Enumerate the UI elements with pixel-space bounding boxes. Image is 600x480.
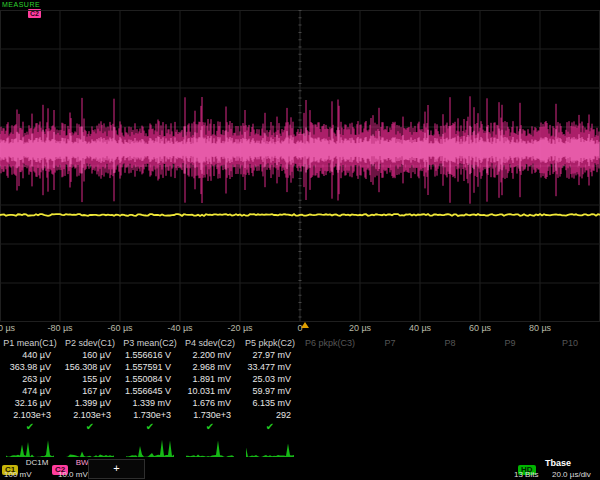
measure-value-cell: 32.16 µV bbox=[0, 397, 60, 409]
measure-value-cell: 363.98 µV bbox=[0, 361, 60, 373]
measure-value-cell: 1.550084 V bbox=[120, 373, 180, 385]
measure-value-cell bbox=[360, 361, 420, 373]
measure-value-cell: 2.103e+3 bbox=[0, 409, 60, 421]
measure-value-cell bbox=[420, 385, 480, 397]
measure-value-cell: 1.339 mV bbox=[120, 397, 180, 409]
time-axis-label: -20 µs bbox=[227, 323, 252, 333]
measure-value-cell bbox=[360, 349, 420, 361]
measure-value-cell bbox=[540, 373, 600, 385]
measure-value-cell bbox=[540, 385, 600, 397]
measure-value-cell bbox=[360, 385, 420, 397]
time-axis-label: -40 µs bbox=[167, 323, 192, 333]
measure-value-cell bbox=[420, 373, 480, 385]
measure-status-cell bbox=[540, 421, 600, 433]
measurement-histicons bbox=[6, 440, 294, 457]
measure-column-header[interactable]: P2 sdev(C1) bbox=[60, 337, 120, 349]
c2-scale-value: 10.0 mV bbox=[58, 470, 88, 479]
measure-value-cell: 156.308 µV bbox=[60, 361, 120, 373]
measure-value-cell bbox=[480, 397, 540, 409]
measure-column-header[interactable]: P4 sdev(C2) bbox=[180, 337, 240, 349]
measure-column-header[interactable]: P8 bbox=[420, 337, 480, 349]
measure-column-header[interactable]: P1 mean(C1) bbox=[0, 337, 60, 349]
measure-status-cell: ✔ bbox=[60, 421, 120, 433]
measure-value-cell bbox=[480, 361, 540, 373]
time-axis-label: 60 µs bbox=[469, 323, 491, 333]
tbase-label[interactable]: Tbase bbox=[545, 458, 571, 468]
measure-value-cell bbox=[420, 361, 480, 373]
c2-noise-waveform bbox=[0, 96, 599, 203]
measure-value-cell: 10.031 mV bbox=[180, 385, 240, 397]
c1-scale-value: 100 mV bbox=[4, 470, 32, 479]
measure-status-cell: ✔ bbox=[180, 421, 240, 433]
measure-column-header[interactable]: P3 mean(C2) bbox=[120, 337, 180, 349]
measure-value-cell: 1.399 µV bbox=[60, 397, 120, 409]
measure-value-cell: 1.676 mV bbox=[180, 397, 240, 409]
trigger-time-marker[interactable] bbox=[301, 322, 309, 328]
measure-value-cell bbox=[540, 397, 600, 409]
measure-column-header[interactable]: P9 bbox=[480, 337, 540, 349]
acq-bits-value: 13 Bits bbox=[514, 470, 538, 479]
measure-value-cell: 167 µV bbox=[60, 385, 120, 397]
measure-value-cell bbox=[480, 409, 540, 421]
measure-value-cell: 1.730e+3 bbox=[120, 409, 180, 421]
measure-value-cell: 1.891 mV bbox=[180, 373, 240, 385]
cursor-plus-button[interactable]: + bbox=[88, 459, 145, 479]
measure-value-cell: 59.97 mV bbox=[240, 385, 300, 397]
measure-value-cell bbox=[300, 409, 360, 421]
measure-value-cell bbox=[300, 373, 360, 385]
measure-value-cell bbox=[420, 409, 480, 421]
measure-value-cell: 2.103e+3 bbox=[60, 409, 120, 421]
measure-column-header[interactable]: P5 pkpk(C2) bbox=[240, 337, 300, 349]
measure-status-cell: ✔ bbox=[120, 421, 180, 433]
measure-status-cell: ✔ bbox=[0, 421, 60, 433]
time-axis: -100 µs-80 µs-60 µs-40 µs-20 µs020 µs40 … bbox=[0, 323, 600, 336]
measure-column-header[interactable]: P10 bbox=[540, 337, 600, 349]
measure-value-cell: 155 µV bbox=[60, 373, 120, 385]
measure-value-cell bbox=[300, 349, 360, 361]
measure-value-cell bbox=[360, 397, 420, 409]
measure-value-cell: 6.135 mV bbox=[240, 397, 300, 409]
measure-value-cell: 1.730e+3 bbox=[180, 409, 240, 421]
measure-status-cell: ✔ bbox=[240, 421, 300, 433]
measure-value-cell: 160 µV bbox=[60, 349, 120, 361]
measure-value-cell bbox=[300, 385, 360, 397]
measure-value-cell bbox=[540, 349, 600, 361]
measure-value-cell bbox=[540, 409, 600, 421]
oscilloscope-screen: MEASURE C2 -100 µs-80 µs-60 µs-40 µs-20 … bbox=[0, 0, 600, 480]
time-axis-label: -60 µs bbox=[107, 323, 132, 333]
measure-value-cell: 292 bbox=[240, 409, 300, 421]
measure-value-cell bbox=[540, 361, 600, 373]
measure-column-header[interactable]: P6 pkpk(C3) bbox=[300, 337, 360, 349]
time-axis-label: -80 µs bbox=[47, 323, 72, 333]
time-axis-label: -100 µs bbox=[0, 323, 15, 333]
measure-value-cell: 2.968 mV bbox=[180, 361, 240, 373]
measure-value-cell: 1.556616 V bbox=[120, 349, 180, 361]
measure-value-cell: 1.557591 V bbox=[120, 361, 180, 373]
time-axis-label: 20 µs bbox=[349, 323, 371, 333]
measure-value-cell: 33.477 mV bbox=[240, 361, 300, 373]
measure-value-cell bbox=[480, 385, 540, 397]
measure-value-cell bbox=[300, 397, 360, 409]
measurement-table: P1 mean(C1)P2 sdev(C1)P3 mean(C2)P4 sdev… bbox=[0, 337, 600, 433]
measure-status-cell bbox=[480, 421, 540, 433]
measure-status-cell bbox=[420, 421, 480, 433]
measure-value-cell bbox=[480, 373, 540, 385]
measure-status-cell bbox=[300, 421, 360, 433]
measure-value-cell: 440 µV bbox=[0, 349, 60, 361]
measure-value-cell bbox=[360, 373, 420, 385]
measure-column-header[interactable]: P7 bbox=[360, 337, 420, 349]
c1-coupling-label: DC1M bbox=[26, 458, 49, 468]
measure-value-cell: 263 µV bbox=[0, 373, 60, 385]
measure-status-cell bbox=[360, 421, 420, 433]
measure-value-cell bbox=[360, 409, 420, 421]
c1-flat-waveform bbox=[0, 214, 600, 216]
footer: C1 DC1M 100 mV C2 BWL DC1M 10.0 mV + HD … bbox=[0, 457, 600, 480]
measure-value-cell: 1.556645 V bbox=[120, 385, 180, 397]
measure-value-cell bbox=[300, 361, 360, 373]
tbase-scale-value: 20.0 µs/div bbox=[552, 470, 591, 479]
measure-value-cell bbox=[420, 349, 480, 361]
measure-value-cell bbox=[420, 397, 480, 409]
measure-value-cell bbox=[480, 349, 540, 361]
time-axis-label: 80 µs bbox=[529, 323, 551, 333]
measure-value-cell: 2.200 mV bbox=[180, 349, 240, 361]
